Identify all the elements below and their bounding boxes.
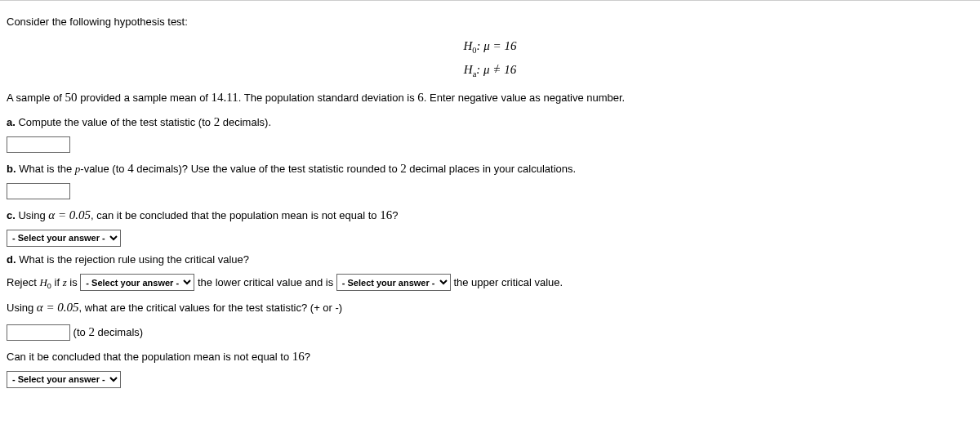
critical-value-input[interactable] xyxy=(7,324,70,341)
c-num: 16 xyxy=(380,208,392,221)
rejection-rule-row: Reject H0 if z is - Select your answer -… xyxy=(7,274,973,293)
sample-sigma: 6 xyxy=(417,91,424,104)
sample-n: 50 xyxy=(65,91,78,104)
final-conclusion-prompt: Can it be concluded that the population … xyxy=(7,346,973,366)
d-is: is xyxy=(67,276,81,288)
critical-values-prompt: Using α = 0.05, what are the critical va… xyxy=(7,297,973,317)
c-label: c. xyxy=(7,209,16,221)
b-post: decimal places in your calculations. xyxy=(407,163,576,175)
sample-mid1: provided a sample mean of xyxy=(78,92,212,104)
ha-pre: : μ xyxy=(476,63,492,76)
question-container: Consider the following hypothesis test: … xyxy=(0,0,980,401)
c-mid: , can it be concluded that the populatio… xyxy=(91,209,380,221)
neq-symbol: = xyxy=(492,60,501,79)
h0-line: H0: μ = 16 xyxy=(7,36,973,58)
upper-compare-select[interactable]: - Select your answer - xyxy=(336,274,451,291)
test-statistic-input[interactable] xyxy=(7,136,70,153)
sample-mid2: . The population standard deviation is xyxy=(238,92,417,104)
d-if: if xyxy=(51,276,63,288)
c-alpha: α = 0.05 xyxy=(48,208,91,221)
crit-dec: 2 xyxy=(88,325,95,338)
c-pre: Using xyxy=(16,209,48,221)
part-c-select-row: - Select your answer - xyxy=(7,230,973,247)
crit-alpha: α = 0.05 xyxy=(37,301,79,314)
crit-pre: Using xyxy=(7,302,37,314)
b-mid2: decimals)? Use the value of the test sta… xyxy=(134,163,401,175)
sample-end: . Enter negative value as negative numbe… xyxy=(424,92,625,104)
final-select-row: - Select your answer - xyxy=(7,371,973,388)
b-mid: -value (to xyxy=(80,163,127,175)
sample-info: A sample of 50 provided a sample mean of… xyxy=(7,87,973,107)
ha-line: Ha: μ = 16 xyxy=(7,60,973,82)
intro-text: Consider the following hypothesis test: xyxy=(7,14,973,31)
h0-h: H xyxy=(464,39,473,52)
critical-value-input-row: (to 2 decimals) xyxy=(7,322,973,342)
d-h0-h: H xyxy=(39,276,47,288)
a-label: a. xyxy=(7,116,16,128)
d-end: the upper critical value. xyxy=(453,276,563,288)
lower-compare-select[interactable]: - Select your answer - xyxy=(80,274,194,291)
ha-h: H xyxy=(464,63,473,76)
c-post: ? xyxy=(392,209,398,221)
b-label: b. xyxy=(7,163,16,175)
b-dec2: 2 xyxy=(400,162,407,175)
crit-mid: , what are the critical values for the t… xyxy=(79,302,343,314)
sample-pre: A sample of xyxy=(7,92,65,104)
part-a: a. Compute the value of the test statist… xyxy=(7,112,973,132)
b-dec: 4 xyxy=(127,162,134,175)
conclusion-select-final[interactable]: - Select your answer - xyxy=(7,371,121,388)
a-text-post: decimals). xyxy=(220,116,271,128)
part-b-input-row xyxy=(7,183,973,200)
part-c: c. Using α = 0.05, can it be concluded t… xyxy=(7,205,973,225)
hypotheses-block: H0: μ = 16 Ha: μ = 16 xyxy=(7,36,973,82)
a-text-pre: Compute the value of the test statistic … xyxy=(16,116,214,128)
conclusion-select-c[interactable]: - Select your answer - xyxy=(7,230,121,247)
d-text: What is the rejection rule using the cri… xyxy=(16,253,249,266)
crit-dec-post: decimals) xyxy=(95,326,143,338)
sample-mean: 14.11 xyxy=(212,91,238,104)
p-value-input[interactable] xyxy=(7,183,70,199)
d-mid: the lower critical value and is xyxy=(198,276,336,288)
b-pre: What is the xyxy=(16,163,75,175)
final-num: 16 xyxy=(292,350,305,363)
ha-post: 16 xyxy=(501,63,516,76)
part-d: d. What is the rejection rule using the … xyxy=(7,252,973,269)
crit-dec-pre: (to xyxy=(70,326,88,338)
final-post: ? xyxy=(305,351,310,363)
final-pre: Can it be concluded that the population … xyxy=(7,351,292,363)
reject-pre: Reject xyxy=(7,276,39,288)
d-label: d. xyxy=(7,253,16,266)
h0-rest: : μ = 16 xyxy=(477,39,517,52)
part-b: b. What is the p-value (to 4 decimals)? … xyxy=(7,159,973,178)
part-a-input-row xyxy=(7,136,973,154)
